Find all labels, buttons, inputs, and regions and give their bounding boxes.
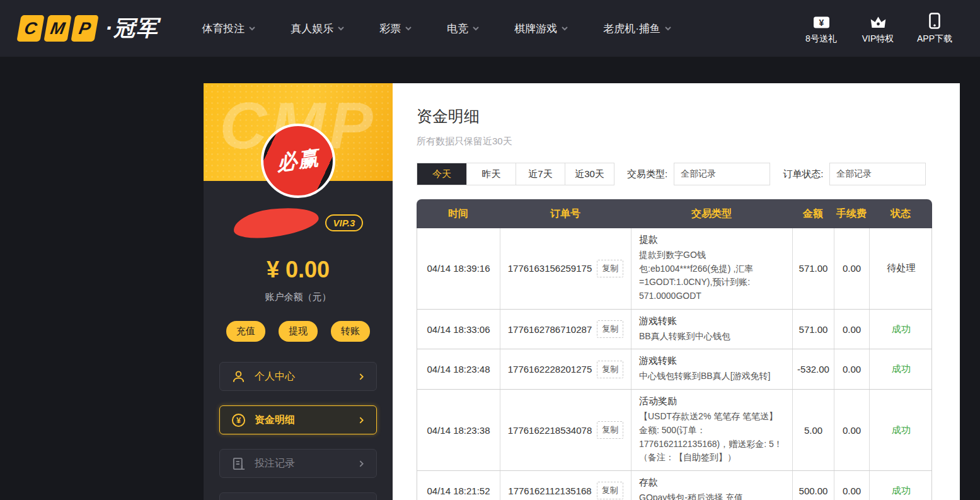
phone-icon <box>929 13 940 29</box>
type-cell: 游戏转账BB真人转账到中心钱包 <box>631 310 793 349</box>
amount-cell: 571.00 <box>793 310 834 349</box>
order-cell: 1776163156259175复制 <box>500 228 631 309</box>
nav-item-label: 彩票 <box>379 21 401 36</box>
order-number: 1776162112135168 <box>508 485 591 496</box>
status-cell: 待处理 <box>870 228 933 309</box>
nav-item-5[interactable]: 老虎机·捕鱼 <box>603 21 671 36</box>
logo-letter-box: M <box>43 15 71 42</box>
nav-item-4[interactable]: 棋牌游戏 <box>514 21 568 36</box>
nav-item-0[interactable]: 体育投注 <box>202 21 255 36</box>
type-cell: 活动奖励【USDT存款送2% 笔笔存 笔笔送】金额: 500(订单：177616… <box>631 390 793 470</box>
filter-row: 今天昨天近7天近30天 交易类型: 全部记录 订单状态: 全部记录 <box>417 163 932 185</box>
shortcut-0[interactable]: ¥8号送礼 <box>802 13 840 45</box>
chevron-down-icon <box>562 26 568 31</box>
wallet-button-1[interactable]: 提现 <box>279 321 318 342</box>
chevron-right-icon <box>357 460 366 468</box>
transaction-type: 提款 <box>639 234 658 246</box>
amount-cell: 5.00 <box>793 390 834 470</box>
brand-logo[interactable]: C M P ·冠军 <box>19 14 159 43</box>
shortcut-1[interactable]: VIP特权 <box>859 13 897 45</box>
time-cell: 04/14 18:21:52 <box>417 471 500 500</box>
wallet-button-0[interactable]: 充值 <box>226 321 265 342</box>
order-cell: 1776162228201275复制 <box>500 349 631 389</box>
sidebar-item-0[interactable]: 个人中心 <box>219 362 377 391</box>
nav-item-1[interactable]: 真人娱乐 <box>291 21 344 36</box>
sidebar-item-3[interactable]: 个人资料 <box>219 492 377 500</box>
fee-cell: 0.00 <box>834 310 870 349</box>
chevron-right-icon <box>357 373 366 381</box>
funds-table-body: 04/14 18:39:161776163156259175复制提款提款到数字G… <box>417 228 932 500</box>
tab-2[interactable]: 近7天 <box>516 163 565 185</box>
coin-yen-icon: ¥ <box>231 413 246 427</box>
avatar[interactable]: 必赢 <box>261 124 335 198</box>
order-cell: 1776162786710287复制 <box>500 310 631 349</box>
table-row: 04/14 18:33:061776162786710287复制游戏转账BB真人… <box>417 310 931 350</box>
copy-button[interactable]: 复制 <box>597 260 623 277</box>
nav-item-2[interactable]: 彩票 <box>379 21 412 36</box>
time-cell: 04/14 18:23:38 <box>417 390 500 470</box>
nav-item-3[interactable]: 电竞 <box>447 21 479 36</box>
transaction-description: GOpay钱包-稍后选择 充值 <box>639 491 743 500</box>
chevron-right-icon <box>357 416 366 424</box>
coupon-yen-icon: ¥ <box>813 13 830 29</box>
copy-button[interactable]: 复制 <box>597 421 623 439</box>
shortcut-3[interactable]: 优惠 <box>972 13 980 45</box>
time-cell: 04/14 18:39:16 <box>417 228 500 309</box>
table-row: 04/14 18:39:161776163156259175复制提款提款到数字G… <box>417 228 931 310</box>
fee-cell: 0.00 <box>834 390 870 470</box>
nav-item-label: 电竞 <box>447 21 468 36</box>
copy-button[interactable]: 复制 <box>597 320 623 338</box>
transaction-type: 活动奖励 <box>639 395 677 407</box>
sidebar-item-label: 资金明细 <box>255 414 295 427</box>
wallet-buttons: 充值提现转账 <box>204 321 393 342</box>
sidebar-item-label: 投注记录 <box>255 457 295 470</box>
wallet-button-2[interactable]: 转账 <box>331 321 370 342</box>
chevron-down-icon <box>405 26 412 31</box>
chevron-down-icon <box>249 26 255 31</box>
sidebar-item-1[interactable]: ¥资金明细 <box>219 405 377 434</box>
table-row: 04/14 18:23:481776162228201275复制游戏转账中心钱包… <box>417 349 931 390</box>
transaction-type-label: 交易类型: <box>627 168 667 180</box>
copy-button[interactable]: 复制 <box>597 361 623 378</box>
order-status-select[interactable]: 全部记录 <box>829 163 926 185</box>
order-number: 1776162786710287 <box>508 324 592 335</box>
copy-button[interactable]: 复制 <box>597 482 623 499</box>
user-icon <box>231 369 246 384</box>
amount-cell: 571.00 <box>793 228 834 309</box>
transaction-description: 提款到数字GO钱包:eb1004***f266(免提) ,汇率=1GODT:1.… <box>639 248 785 303</box>
main-panel: 资金明细 所有数据只保留近30天 今天昨天近7天近30天 交易类型: 全部记录 … <box>393 83 960 500</box>
order-status-value: 全部记录 <box>836 168 872 180</box>
tab-3[interactable]: 近30天 <box>565 163 614 185</box>
tab-0[interactable]: 今天 <box>417 163 466 185</box>
shortcut-2[interactable]: APP下载 <box>916 13 954 45</box>
date-range-tabs: 今天昨天近7天近30天 <box>417 163 614 185</box>
page-body: CMP 必赢 VIP.3 ¥ 0.00 账户余额（元） 充值提现转账 个人中心¥… <box>0 57 980 500</box>
column-header: 订单号 <box>500 199 631 228</box>
svg-text:¥: ¥ <box>236 416 241 425</box>
sidebar-menu: 个人中心¥资金明细投注记录个人资料 <box>204 362 393 500</box>
column-header: 手续费 <box>834 199 869 228</box>
sidebar-item-2[interactable]: 投注记录 <box>219 449 377 478</box>
fee-cell: 0.00 <box>834 471 870 500</box>
chevron-down-icon <box>473 26 479 31</box>
balance-amount: ¥ 0.00 <box>204 257 393 283</box>
transaction-type: 游戏转账 <box>639 355 677 367</box>
sidebar-item-label: 个人中心 <box>255 370 295 383</box>
shortcut-label: 8号送礼 <box>805 33 837 45</box>
logo-letter-box: C <box>16 15 44 42</box>
time-cell: 04/14 18:23:48 <box>417 349 500 389</box>
tab-1[interactable]: 昨天 <box>466 163 516 185</box>
order-number: 1776163156259175 <box>508 263 592 274</box>
amount-cell: -532.00 <box>793 349 834 389</box>
funds-table-header: 时间订单号交易类型金额手续费状态 <box>417 199 932 228</box>
balance-label: 账户余额（元） <box>204 291 393 303</box>
shortcut-label: APP下载 <box>917 33 952 45</box>
amount-cell: 500.00 <box>793 471 834 500</box>
order-number: 1776162228201275 <box>508 364 592 375</box>
column-header: 金额 <box>792 199 834 228</box>
order-cell: 1776162218534078复制 <box>500 390 631 470</box>
transaction-type-select[interactable]: 全部记录 <box>674 163 770 185</box>
status-cell: 成功 <box>870 310 933 349</box>
main-nav: 体育投注真人娱乐彩票电竞棋牌游戏老虎机·捕鱼 <box>202 21 671 36</box>
order-cell: 1776162112135168复制 <box>500 471 631 500</box>
